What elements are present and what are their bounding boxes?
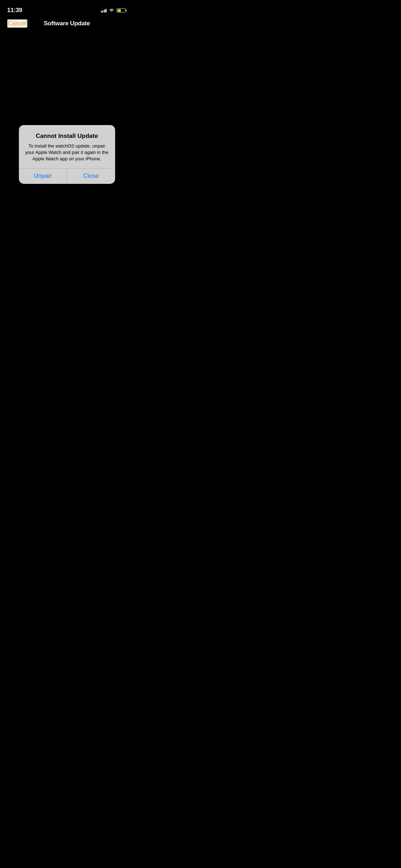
alert-content: Cannot Install Update To install the wat… <box>19 125 115 168</box>
status-time: 11:39 <box>7 7 22 14</box>
close-button[interactable]: Close <box>67 168 115 184</box>
alert-buttons: Unpair Close <box>19 168 115 184</box>
page-title: Software Update <box>44 20 90 27</box>
alert-message: To install the watchOS update, unpair yo… <box>25 143 109 162</box>
main-content: Cannot Install Update To install the wat… <box>0 31 134 289</box>
status-bar: 11:39 <box>0 0 134 16</box>
cancel-button[interactable]: Cancel <box>7 19 27 28</box>
alert-title: Cannot Install Update <box>25 132 109 140</box>
wifi-icon <box>109 7 114 14</box>
status-icons <box>101 7 127 14</box>
unpair-button[interactable]: Unpair <box>19 168 67 184</box>
signal-icon <box>101 8 107 12</box>
navigation-bar: Cancel Software Update <box>0 16 134 31</box>
battery-icon <box>117 8 127 12</box>
alert-dialog: Cannot Install Update To install the wat… <box>19 125 115 184</box>
